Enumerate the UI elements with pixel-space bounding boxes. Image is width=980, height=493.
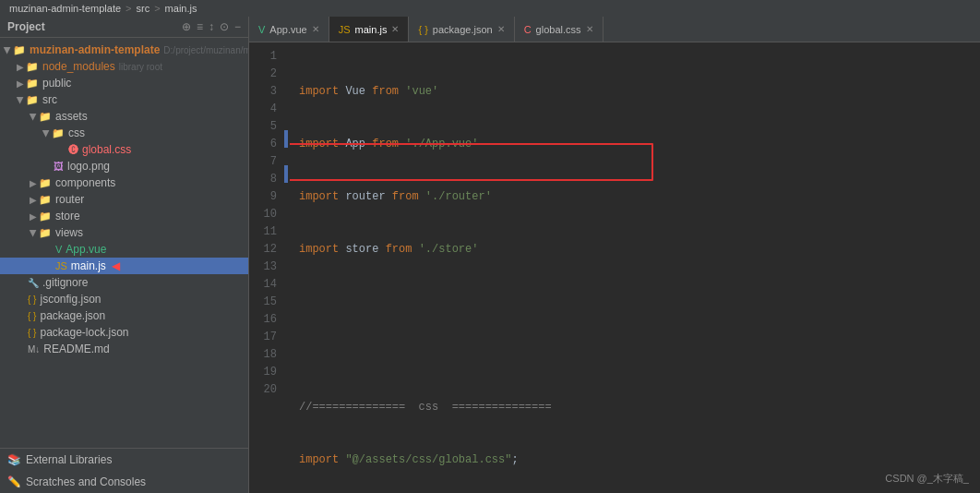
tree-item-logo-png[interactable]: 🖼 logo.png — [0, 158, 248, 174]
tree-label-css: css — [68, 126, 85, 139]
add-icon[interactable]: ⊕ — [182, 20, 191, 33]
code-line-1: import Vue from 'vue' — [299, 83, 971, 101]
code-line-7: //============== css =============== — [299, 399, 971, 416]
tree-label-gitignore: .gitignore — [42, 276, 88, 289]
arrow-icon: ▶ — [29, 113, 39, 120]
tree-subtitle-node-modules: library root — [119, 62, 162, 72]
code-area[interactable]: 12345 678910 1112131415 1617181920 impor… — [249, 42, 980, 493]
sidebar-bottom: 📚 External Libraries ✏️ Scratches and Co… — [0, 448, 248, 493]
tree-item-components[interactable]: ▶ 📁 components — [0, 174, 248, 191]
js-file-icon: JS — [55, 260, 67, 271]
folder-icon: 📁 — [39, 177, 52, 189]
json-file-icon: { } — [28, 328, 36, 338]
folder-icon: 📁 — [26, 61, 39, 73]
watermark: CSDN @_木字稿_ — [885, 472, 969, 486]
tree-label-views: views — [55, 226, 83, 239]
tree-label-router: router — [55, 193, 84, 206]
external-lib-icon: 📚 — [7, 453, 21, 466]
code-line-3: import router from './router' — [299, 188, 971, 206]
sidebar-header-title: Project — [7, 20, 45, 33]
settings-icon[interactable]: ⊙ — [220, 20, 229, 33]
folder-icon: 📁 — [26, 78, 39, 90]
tree-label-main-js: main.js — [71, 259, 106, 272]
sort-icon[interactable]: ↕ — [209, 20, 214, 33]
arrow-icon: ▶ — [3, 46, 13, 54]
tree-item-readme[interactable]: M↓ README.md — [0, 341, 248, 357]
tab-package-json[interactable]: { } package.json ✕ — [409, 17, 514, 42]
list-icon[interactable]: ≡ — [197, 20, 203, 33]
arrow-icon: ▶ — [17, 62, 24, 72]
gutter-indicator — [284, 130, 288, 148]
css-file-icon: 🅒 — [68, 144, 78, 155]
git-file-icon: 🔧 — [28, 278, 39, 288]
tree-item-global-css[interactable]: 🅒 global.css — [0, 141, 248, 158]
tree-subtitle-root: D:/project/muzinan/muzinan-admin-templat… — [163, 45, 248, 55]
code-content[interactable]: import Vue from 'vue' import App from '.… — [290, 42, 980, 493]
folder-icon: 📁 — [39, 210, 52, 222]
file-label: main.js — [165, 3, 197, 14]
external-libraries-label: External Libraries — [26, 453, 112, 466]
js-tab-icon: JS — [339, 24, 351, 35]
arrow-indicator: ◀ — [112, 259, 120, 272]
arrow-icon: ▶ — [17, 78, 24, 89]
sep1: > — [125, 3, 131, 14]
tree-item-app-vue[interactable]: V App.vue — [0, 241, 248, 258]
tree-label-components: components — [55, 176, 115, 189]
tree-label-jsconfig: jsconfig.json — [40, 293, 101, 306]
vue-file-icon: V — [55, 244, 62, 255]
arrow-icon: ▶ — [42, 129, 52, 137]
arrow-icon: ▶ — [16, 96, 26, 103]
tree-item-src[interactable]: ▶ 📁 src — [0, 91, 248, 108]
tab-main-js[interactable]: JS main.js ✕ — [329, 17, 410, 42]
folder-icon: 📁 — [13, 44, 26, 56]
tree-label-logo-png: logo.png — [67, 160, 110, 173]
tree-item-package-json[interactable]: { } package.json — [0, 307, 248, 324]
arrow-icon: ▶ — [30, 211, 37, 222]
tab-label-package-json: package.json — [433, 24, 493, 35]
title-bar: muzinan-admin-template > src > main.js — [0, 0, 980, 17]
close-tab-app-vue[interactable]: ✕ — [312, 24, 319, 34]
tree-item-router[interactable]: ▶ 📁 router — [0, 191, 248, 208]
src-label: src — [137, 3, 150, 14]
scratches-icon: ✏️ — [7, 475, 21, 488]
scratches-consoles-section[interactable]: ✏️ Scratches and Consoles — [0, 471, 248, 493]
code-line-6 — [299, 346, 971, 364]
tabs-bar: V App.vue ✕ JS main.js ✕ { } package.jso… — [249, 17, 980, 42]
sidebar-header-icons: ⊕ ≡ ↕ ⊙ − — [182, 20, 241, 33]
tree-label-app-vue: App.vue — [66, 243, 106, 256]
tree-item-gitignore[interactable]: 🔧 .gitignore — [0, 274, 248, 291]
folder-icon: 📁 — [39, 227, 52, 239]
tree-item-public[interactable]: ▶ 📁 public — [0, 75, 248, 91]
arrow-icon: ▶ — [30, 178, 37, 188]
tab-label-main-js: main.js — [355, 24, 388, 35]
project-name: muzinan-admin-template — [9, 3, 121, 14]
json-file-icon: { } — [28, 311, 36, 321]
tree-label-package-lock-json: package-lock.json — [40, 326, 128, 339]
close-tab-main-js[interactable]: ✕ — [391, 24, 399, 34]
tree-item-css[interactable]: ▶ 📁 css — [0, 125, 248, 141]
tree-label-node-modules: node_modules — [42, 60, 115, 73]
close-tab-global-css[interactable]: ✕ — [586, 24, 593, 34]
tab-app-vue[interactable]: V App.vue ✕ — [249, 17, 329, 42]
tree-label-src: src — [42, 93, 57, 106]
code-line-8: import "@/assets/css/global.css"; — [299, 451, 971, 469]
tree-label-package-json: package.json — [40, 309, 105, 322]
tree-item-jsconfig[interactable]: { } jsconfig.json — [0, 291, 248, 307]
external-libraries-section[interactable]: 📚 External Libraries — [0, 449, 248, 471]
tree-item-views[interactable]: ▶ 📁 views — [0, 224, 248, 241]
tree-item-node-modules[interactable]: ▶ 📁 node_modules library root — [0, 58, 248, 75]
main-area: Project ⊕ ≡ ↕ ⊙ − ▶ 📁 muzinan-admin-temp… — [0, 17, 980, 493]
tree-item-root[interactable]: ▶ 📁 muzinan-admin-template D:/project/mu… — [0, 42, 248, 58]
tab-global-css[interactable]: C global.css ✕ — [515, 17, 604, 42]
tree-item-main-js[interactable]: JS main.js ◀ — [0, 258, 248, 274]
sidebar-header: Project ⊕ ≡ ↕ ⊙ − — [0, 17, 248, 38]
collapse-icon[interactable]: − — [234, 20, 241, 33]
md-file-icon: M↓ — [28, 344, 40, 355]
close-tab-package-json[interactable]: ✕ — [497, 24, 505, 34]
editor-area: V App.vue ✕ JS main.js ✕ { } package.jso… — [249, 17, 980, 493]
tree-label-assets: assets — [55, 110, 88, 123]
tree-item-package-lock-json[interactable]: { } package-lock.json — [0, 324, 248, 341]
tree-item-store[interactable]: ▶ 📁 store — [0, 208, 248, 224]
json-tab-icon: { } — [418, 24, 427, 35]
tree-item-assets[interactable]: ▶ 📁 assets — [0, 108, 248, 125]
